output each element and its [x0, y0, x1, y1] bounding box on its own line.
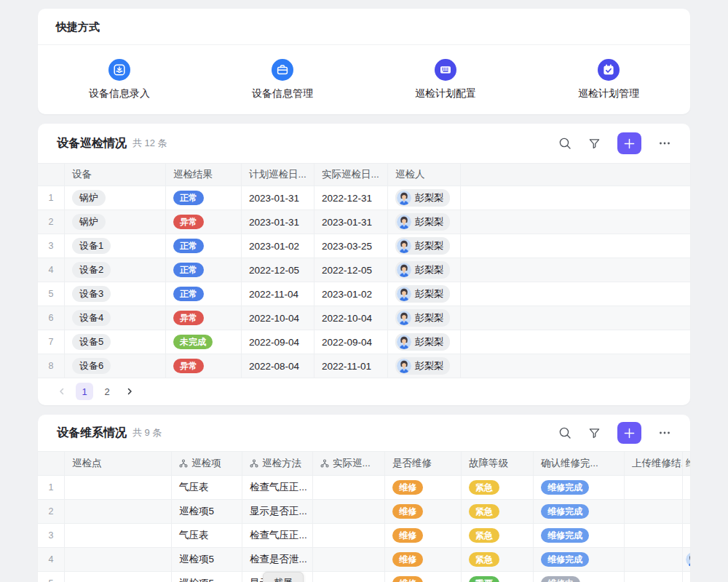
repair-cell[interactable]: 维修: [385, 548, 462, 571]
filter-icon[interactable]: [588, 427, 601, 439]
plan-date-cell[interactable]: 2022-11-04: [242, 282, 314, 306]
result-cell[interactable]: 正常: [166, 258, 242, 282]
inspection-table-row[interactable]: 1锅炉正常2023-01-312022-12-31彭梨梨: [38, 186, 690, 210]
actual-date-cell[interactable]: 2023-03-25: [314, 234, 388, 258]
inspector-cell[interactable]: 彭梨梨: [388, 306, 461, 330]
inspection-table-row[interactable]: 6设备4异常2022-10-042022-10-04彭梨梨: [38, 306, 690, 330]
upload-cell[interactable]: [625, 548, 683, 571]
device-cell[interactable]: 锅炉: [65, 210, 166, 234]
actual-date-cell[interactable]: 2022-10-04: [314, 306, 388, 330]
plan-date-cell[interactable]: 2023-01-31: [242, 210, 314, 234]
result-cell[interactable]: 异常: [166, 306, 242, 330]
actual-date-cell[interactable]: 2022-09-04: [314, 330, 388, 354]
actual-cell[interactable]: [313, 476, 385, 499]
actual-cell[interactable]: [313, 500, 385, 523]
column-header-7[interactable]: 上传维修结...: [625, 452, 683, 475]
column-header-6[interactable]: 确认维修完...: [534, 452, 625, 475]
column-header-0[interactable]: 巡检点: [65, 452, 172, 475]
plan-date-cell[interactable]: 2022-09-04: [242, 330, 314, 354]
inspection-table-row[interactable]: 4设备2正常2022-12-052022-12-05彭梨梨: [38, 258, 690, 282]
method-cell[interactable]: 检查气压正...: [242, 476, 313, 499]
filter-icon[interactable]: [588, 137, 601, 150]
upload-cell[interactable]: [625, 572, 683, 582]
confirm-cell[interactable]: 维修完成: [534, 548, 625, 571]
search-icon[interactable]: [558, 426, 571, 439]
point-cell[interactable]: [65, 548, 172, 571]
confirm-cell[interactable]: 维修中: [534, 572, 625, 582]
plan-date-cell[interactable]: 2022-08-04: [242, 354, 314, 378]
page-button-2[interactable]: 2: [98, 383, 116, 400]
inspector-cell[interactable]: 彭梨梨: [388, 282, 461, 306]
plan-date-cell[interactable]: 2022-12-05: [242, 258, 314, 282]
plan-date-cell[interactable]: 2022-10-04: [242, 306, 314, 330]
column-header-result[interactable]: 巡检结果: [166, 164, 242, 186]
actual-date-cell[interactable]: 2023-01-02: [314, 282, 388, 306]
column-header-8[interactable]: 维: [683, 452, 690, 475]
level-cell[interactable]: 紧急: [462, 524, 534, 547]
item-cell[interactable]: 气压表: [172, 476, 242, 499]
device-cell[interactable]: 设备2: [65, 258, 166, 282]
method-cell[interactable]: 检查是否泄...: [242, 548, 313, 571]
actual-cell[interactable]: [313, 572, 385, 582]
tail-cell[interactable]: [683, 476, 690, 499]
add-record-button[interactable]: [617, 132, 641, 154]
inspector-cell[interactable]: 彭梨梨: [388, 354, 461, 378]
level-cell[interactable]: 紧急: [462, 500, 534, 523]
inspection-table-row[interactable]: 7设备5未完成2022-09-042022-09-04彭梨梨: [38, 330, 690, 354]
next-page-icon[interactable]: [121, 383, 138, 400]
device-cell[interactable]: 设备6: [65, 354, 166, 378]
column-header-2[interactable]: 巡检方法: [242, 452, 313, 475]
confirm-cell[interactable]: 维修完成: [534, 524, 625, 547]
column-header-5[interactable]: 故障等级: [462, 452, 534, 475]
actual-date-cell[interactable]: 2022-11-01: [314, 354, 388, 378]
upload-cell[interactable]: [625, 500, 683, 523]
inspection-table-row[interactable]: 3设备1正常2023-01-022023-03-25彭梨梨: [38, 234, 690, 258]
item-cell[interactable]: 巡检项5: [172, 548, 242, 571]
actual-date-cell[interactable]: 2023-01-31: [314, 210, 388, 234]
column-header-3[interactable]: 实际巡...: [313, 452, 385, 475]
maintenance-table-row[interactable]: 2巡检项5显示是否正...维修紧急维修完成: [38, 500, 690, 524]
inspector-cell[interactable]: 彭梨梨: [388, 258, 461, 282]
column-header-plan-date[interactable]: 计划巡检日...: [242, 164, 314, 186]
column-header-1[interactable]: 巡检项: [172, 452, 242, 475]
confirm-cell[interactable]: 维修完成: [534, 500, 625, 523]
repair-cell[interactable]: 维修: [385, 476, 462, 499]
plan-date-cell[interactable]: 2023-01-02: [242, 234, 314, 258]
inspector-cell[interactable]: 彭梨梨: [388, 210, 461, 234]
prev-page-icon[interactable]: [53, 383, 71, 400]
actual-date-cell[interactable]: 2022-12-05: [314, 258, 388, 282]
point-cell[interactable]: [65, 524, 172, 547]
search-icon[interactable]: [558, 137, 571, 150]
actual-date-cell[interactable]: 2022-12-31: [314, 186, 388, 210]
actual-cell[interactable]: [313, 524, 385, 547]
device-cell[interactable]: 设备3: [65, 282, 166, 306]
inspection-table-row[interactable]: 2锅炉异常2023-01-312023-01-31彭梨梨: [38, 210, 690, 234]
item-cell[interactable]: 巡检项5: [172, 572, 242, 582]
plan-date-cell[interactable]: 2023-01-31: [242, 186, 314, 210]
repair-cell[interactable]: 维修: [385, 524, 462, 547]
page-button-1[interactable]: 1: [76, 383, 93, 400]
upload-cell[interactable]: [625, 524, 683, 547]
maintenance-table-row[interactable]: 5巡检项5显示是否正...维修重要维修中: [38, 572, 690, 582]
column-header-device[interactable]: 设备: [65, 164, 166, 186]
add-record-button[interactable]: [617, 422, 641, 444]
inspection-table-row[interactable]: 5设备3正常2022-11-042023-01-02彭梨梨: [38, 282, 690, 306]
point-cell[interactable]: [65, 476, 172, 499]
method-cell[interactable]: 检查气压正...: [242, 524, 313, 547]
device-cell[interactable]: 设备5: [65, 330, 166, 354]
result-cell[interactable]: 正常: [166, 282, 242, 306]
inspector-cell[interactable]: 彭梨梨: [388, 330, 461, 354]
device-cell[interactable]: 设备1: [65, 234, 166, 258]
device-cell[interactable]: 锅炉: [65, 186, 166, 210]
point-cell[interactable]: [65, 572, 172, 582]
result-cell[interactable]: 正常: [166, 186, 242, 210]
device-cell[interactable]: 设备4: [65, 306, 166, 330]
maintenance-table-row[interactable]: 3气压表检查气压正...维修紧急维修完成: [38, 524, 690, 548]
result-cell[interactable]: 未完成: [166, 330, 242, 354]
upload-cell[interactable]: [625, 476, 683, 499]
repair-cell[interactable]: 维修: [385, 572, 462, 582]
repair-cell[interactable]: 维修: [385, 500, 462, 523]
tail-cell[interactable]: [683, 548, 690, 571]
shortcut-plan-manage[interactable]: 巡检计划管理: [527, 59, 690, 100]
tail-cell[interactable]: [683, 524, 690, 547]
